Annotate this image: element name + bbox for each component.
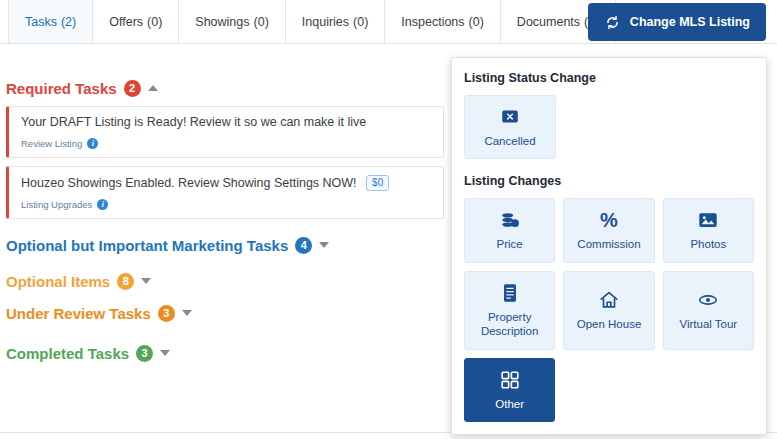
virtual-tour-icon	[697, 289, 719, 311]
tab-tasks[interactable]: Tasks (2)	[8, 0, 93, 43]
caret-down-icon	[319, 242, 329, 248]
caret-down-icon	[182, 310, 192, 316]
task-sub: Listing Upgrades i	[21, 198, 431, 210]
change-mls-listing-button[interactable]: Change MLS Listing	[588, 3, 766, 41]
tab-label: Inquiries	[302, 15, 349, 29]
tile-commission[interactable]: % Commission	[563, 198, 654, 262]
tab-label: Documents	[517, 15, 580, 29]
section-optional-title: Optional Items	[6, 273, 110, 290]
section-marketing-header[interactable]: Optional but Important Marketing Tasks 4	[6, 235, 446, 255]
section-under-review-header[interactable]: Under Review Tasks 3	[6, 303, 446, 323]
required-count-badge: 2	[124, 80, 141, 97]
task-title-text: Houzeo Showings Enabled. Review Showing …	[21, 176, 357, 190]
section-marketing-title: Optional but Important Marketing Tasks	[6, 237, 288, 254]
tab-count: (0)	[147, 15, 162, 29]
caret-down-icon	[141, 278, 151, 284]
tab-label: Showings	[195, 15, 249, 29]
section-under-review-title: Under Review Tasks	[6, 305, 151, 322]
tab-label: Offers	[109, 15, 143, 29]
tile-label: Property Description	[469, 310, 550, 339]
tile-price[interactable]: Price	[464, 198, 555, 262]
cancelled-icon	[499, 106, 521, 128]
listing-changes-heading: Listing Changes	[464, 173, 754, 189]
tile-label: Price	[497, 237, 523, 251]
coins-icon	[499, 209, 521, 231]
listing-changes-grid: Price % Commission Photos	[464, 198, 754, 422]
grid-icon	[499, 369, 521, 391]
optional-count-badge: 8	[117, 273, 134, 290]
tile-label: Cancelled	[484, 134, 535, 148]
tab-offers[interactable]: Offers (0)	[93, 0, 179, 43]
tab-showings[interactable]: Showings (0)	[179, 0, 285, 43]
change-mls-listing-label: Change MLS Listing	[630, 15, 750, 29]
tile-property-description[interactable]: Property Description	[464, 271, 555, 350]
tab-count: (0)	[353, 15, 368, 29]
marketing-count-badge: 4	[295, 237, 312, 254]
tab-inspections[interactable]: Inspections (0)	[385, 0, 501, 43]
change-mls-dropdown: Listing Status Change Cancelled Listing …	[451, 57, 767, 435]
task-title: Your DRAFT Listing is Ready! Review it s…	[21, 115, 431, 130]
completed-count-badge: 3	[136, 345, 153, 362]
tasks-panel: Required Tasks 2 Your DRAFT Listing is R…	[0, 44, 446, 363]
tile-cancelled[interactable]: Cancelled	[464, 95, 556, 159]
tab-inquiries[interactable]: Inquiries (0)	[286, 0, 386, 43]
task-link-listing-upgrades[interactable]: Listing Upgrades	[21, 199, 92, 210]
under-review-count-badge: 3	[158, 305, 175, 322]
tile-open-house[interactable]: Open House	[563, 271, 654, 350]
tile-label: Photos	[690, 237, 726, 251]
section-completed-header[interactable]: Completed Tasks 3	[6, 343, 446, 363]
task-link-review-listing[interactable]: Review Listing	[21, 138, 82, 149]
info-icon[interactable]: i	[97, 199, 108, 210]
tile-other[interactable]: Other	[464, 358, 555, 422]
sync-icon	[604, 14, 621, 31]
tab-label: Inspections	[401, 15, 464, 29]
caret-up-icon	[148, 85, 158, 91]
task-sub: Review Listing i	[21, 137, 431, 149]
tab-bar: Tasks (2) Offers (0) Showings (0) Inquir…	[0, 0, 777, 44]
tile-label: Other	[495, 397, 524, 411]
caret-down-icon	[160, 350, 170, 356]
task-card: Houzeo Showings Enabled. Review Showing …	[6, 166, 444, 219]
tile-label: Commission	[577, 237, 640, 251]
section-required-title: Required Tasks	[6, 80, 117, 97]
tab-count: (0)	[254, 15, 269, 29]
open-house-icon	[598, 289, 620, 311]
section-completed-title: Completed Tasks	[6, 345, 129, 362]
tab-count: (0)	[469, 15, 484, 29]
listing-status-change-heading: Listing Status Change	[464, 70, 754, 86]
section-optional-header[interactable]: Optional Items 8	[6, 271, 446, 291]
task-title: Houzeo Showings Enabled. Review Showing …	[21, 175, 431, 191]
percent-icon: %	[600, 209, 618, 231]
section-required-header[interactable]: Required Tasks 2	[6, 78, 446, 98]
price-badge: $0	[366, 175, 389, 191]
tile-label: Open House	[577, 317, 642, 331]
document-icon	[499, 282, 521, 304]
tile-label: Virtual Tour	[679, 317, 737, 331]
tab-label: Tasks	[25, 15, 57, 29]
photo-icon	[697, 209, 719, 231]
tab-count: (2)	[61, 15, 76, 29]
tile-virtual-tour[interactable]: Virtual Tour	[663, 271, 754, 350]
tile-photos[interactable]: Photos	[663, 198, 754, 262]
info-icon[interactable]: i	[87, 138, 98, 149]
task-card: Your DRAFT Listing is Ready! Review it s…	[6, 106, 444, 158]
